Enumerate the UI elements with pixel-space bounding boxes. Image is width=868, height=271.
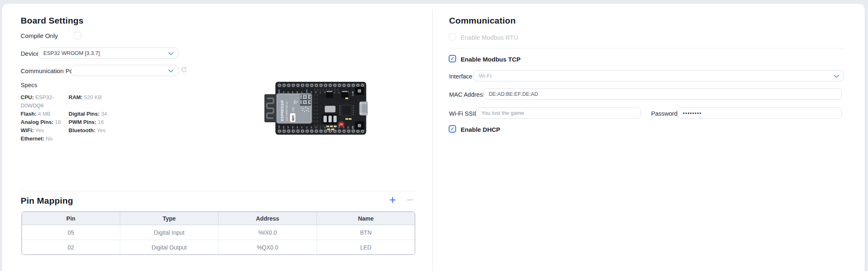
cell-address: %IX0.0 [219, 225, 317, 240]
check-icon: ✓ [450, 56, 454, 62]
board-image: GND2322TXRX21GND19185171640215D1D0CLK3V3… [264, 82, 368, 135]
svg-text:33: 33 [310, 126, 312, 128]
column-header-name: Name [317, 212, 415, 225]
svg-text:GND: GND [278, 89, 280, 93]
svg-text:32: 32 [306, 126, 308, 128]
svg-text:3V3: 3V3 [278, 125, 280, 128]
password-masked-value: •••••••• [683, 110, 702, 116]
section-divider [21, 191, 416, 191]
password-label: Password [651, 110, 678, 117]
module-brand-text: ESPRESSIF [280, 100, 284, 121]
cell-name: LED [317, 240, 415, 254]
cell-pin: 05 [22, 225, 120, 240]
svg-text:VP: VP [287, 126, 289, 128]
spec-item: Flash: 4 MB [21, 110, 69, 118]
mac-address-input[interactable]: DE:AD:BE:EF:DE:AD [483, 88, 842, 100]
svg-text:GND: GND [306, 89, 308, 93]
cell-type: Digital Input [120, 225, 219, 240]
enable-dhcp-checkbox[interactable]: ✓ [449, 125, 456, 133]
table-header: Pin Type Address Name [22, 212, 415, 225]
spec-item: Bluetooth: Yes [69, 126, 157, 135]
interface-select[interactable]: Wi-Fi [473, 70, 844, 81]
wifi-ssid-label: Wi-Fi SSID [449, 110, 479, 117]
spec-item: CPU: ESP32-D0WDQ6 [21, 93, 69, 110]
spec-item: PWM Pins: 16 [69, 118, 157, 126]
cell-type: Digital Output [120, 240, 219, 254]
cell-address: %QX0.0 [219, 240, 317, 254]
boot-button-text: Boot [352, 91, 354, 96]
password-input[interactable]: •••••••• [678, 107, 842, 119]
specs-grid: CPU: ESP32-D0WDQ6 RAM: 520 KB Flash: 4 M… [21, 93, 157, 143]
column-header-type: Type [120, 212, 219, 225]
device-label: Device [21, 50, 40, 57]
cell-pin: 02 [22, 240, 120, 254]
remove-row-button[interactable]: − [407, 195, 413, 205]
device-value: ESP32 WROOM [3.3.7] [43, 50, 100, 56]
wifi-badge-text: WiFi [292, 115, 295, 121]
check-icon: ✓ [450, 126, 454, 132]
pin-mapping-title: Pin Mapping [21, 196, 73, 206]
enable-modbus-rtu-label: Enable Modbus RTU [461, 34, 518, 41]
refresh-icon[interactable] [180, 66, 188, 74]
en-button-text: EN [352, 126, 354, 129]
wifi-ssid-value: You lost the game [481, 110, 524, 116]
spec-item: WiFi: Yes [21, 126, 69, 135]
add-row-button[interactable]: + [389, 195, 396, 205]
device-select[interactable]: ESP32 WROOM [3.3.7] [38, 48, 178, 59]
specs-title: Specs [21, 82, 37, 88]
communication-port-label: Communication Port [21, 67, 77, 74]
interface-label: Interface [449, 73, 472, 80]
spec-item: RAM: 520 KB [69, 93, 157, 110]
wifi-ssid-input[interactable]: You lost the game [476, 107, 641, 119]
svg-text:23: 23 [283, 91, 285, 93]
enable-modbus-tcp-label: Enable Modbus TCP [461, 56, 521, 63]
board-settings-title: Board Settings [21, 16, 83, 26]
chevron-down-icon [168, 69, 174, 73]
svg-text:19: 19 [310, 91, 312, 93]
svg-text:D2: D2 [347, 126, 349, 128]
enable-dhcp-label: Enable DHCP [461, 126, 500, 133]
column-header-pin: Pin [22, 212, 120, 225]
table-row[interactable]: 02 Digital Output %QX0.0 LED [22, 240, 415, 254]
chevron-down-icon [834, 75, 839, 78]
svg-text:22: 22 [287, 91, 289, 93]
table-row[interactable]: 05 Digital Input %IX0.0 BTN [22, 225, 415, 240]
svg-text:34: 34 [296, 126, 298, 128]
panel-divider [432, 9, 433, 271]
svg-text:35: 35 [301, 126, 303, 128]
svg-text:TX: TX [292, 91, 294, 93]
compile-only-label: Compile Only [21, 32, 58, 39]
spec-item: Digital Pins: 34 [69, 110, 157, 118]
cell-name: BTN [317, 225, 415, 240]
svg-text:RX: RX [296, 91, 298, 93]
svg-text:VN: VN [292, 126, 294, 128]
svg-text:EN: EN [283, 126, 285, 128]
communication-divider [449, 48, 844, 48]
ce-mark-text: CE [291, 107, 295, 112]
chevron-down-icon [168, 52, 174, 55]
interface-value: Wi-Fi [479, 73, 491, 79]
mac-address-label: MAC Address [449, 91, 486, 98]
enable-modbus-tcp-checkbox[interactable]: ✓ [449, 55, 456, 62]
communication-port-select[interactable] [71, 65, 178, 76]
column-header-address: Address [219, 212, 317, 225]
svg-text:21: 21 [301, 91, 303, 93]
pin-mapping-table: Pin Type Address Name 05 Digital Input %… [21, 212, 415, 255]
spec-item: Ethernet: No [21, 135, 69, 143]
enable-modbus-rtu-checkbox[interactable] [449, 33, 456, 40]
mac-address-value: DE:AD:BE:EF:DE:AD [489, 91, 538, 97]
spec-item: Analog Pins: 18 [21, 118, 69, 126]
board-image-svg: GND2322TXRX21GND19185171640215D1D0CLK3V3… [264, 82, 368, 135]
communication-title: Communication [449, 16, 516, 26]
module-name-text: ESP-WROOM-32 [285, 101, 288, 121]
compile-only-checkbox[interactable] [74, 32, 81, 39]
